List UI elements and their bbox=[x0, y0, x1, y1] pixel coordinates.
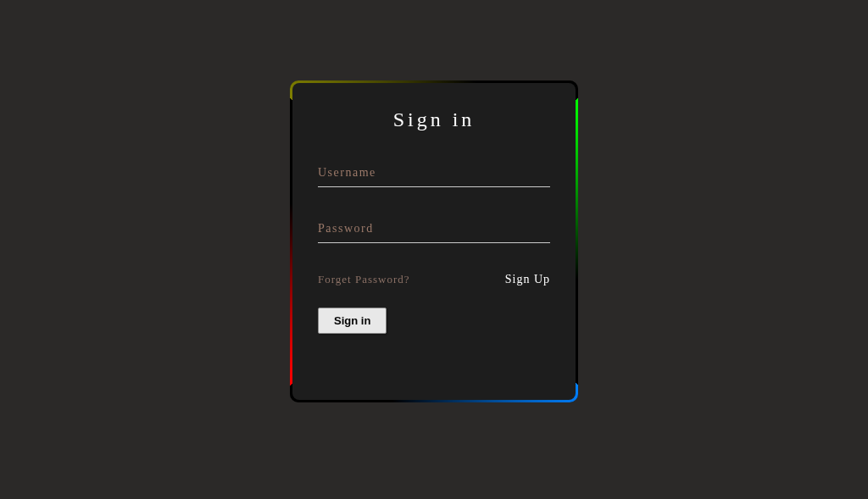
links-row: Forget Password? Sign Up bbox=[318, 273, 550, 286]
login-box: Sign in Username Password Forget Passwor… bbox=[290, 80, 578, 402]
form-title: Sign in bbox=[318, 108, 550, 131]
username-input[interactable] bbox=[318, 161, 550, 187]
signup-link[interactable]: Sign Up bbox=[505, 273, 550, 286]
password-group: Password bbox=[318, 217, 550, 243]
username-group: Username bbox=[318, 161, 550, 187]
forgot-password-link[interactable]: Forget Password? bbox=[318, 273, 410, 286]
login-inner: Sign in Username Password Forget Passwor… bbox=[292, 83, 576, 400]
signin-button[interactable]: Sign in bbox=[318, 308, 387, 334]
password-input[interactable] bbox=[318, 217, 550, 243]
